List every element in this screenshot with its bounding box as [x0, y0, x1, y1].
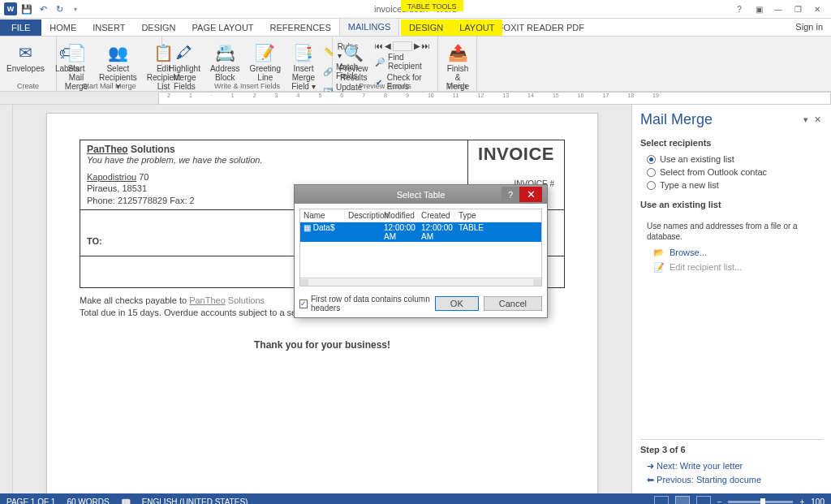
- restore-icon[interactable]: ❐: [792, 5, 803, 14]
- undo-icon[interactable]: ↶: [36, 2, 50, 16]
- company-name: PanTheo Solutions: [87, 144, 461, 155]
- horizontal-ruler-area: 21·12345678910111213141516171819: [0, 92, 831, 105]
- task-pane-title: Mail Merge ▾ ✕: [640, 111, 823, 128]
- envelopes-button[interactable]: ✉Envelopes: [3, 40, 48, 75]
- col-created[interactable]: Created: [418, 209, 455, 222]
- dialog-titlebar[interactable]: Select Table ? ✕: [295, 185, 547, 204]
- quick-access-toolbar: W 💾 ↶ ↻ ▾: [3, 2, 83, 16]
- group-label: Preview Results: [333, 82, 437, 90]
- zoom-in-button[interactable]: +: [799, 498, 804, 505]
- dialog-title: Select Table: [397, 190, 446, 200]
- horizontal-scrollbar[interactable]: [300, 278, 541, 286]
- next-step-link[interactable]: ➜ Next: Write your letter: [640, 459, 823, 473]
- proofing-icon[interactable]: 📖: [121, 498, 131, 505]
- edit-recipient-list-link: 📝Edit recipient list...: [640, 260, 823, 274]
- preview-icon: 🔍: [341, 41, 367, 64]
- record-nav[interactable]: ⏮ ◀ ▶ ⏭: [375, 41, 434, 51]
- tab-home[interactable]: HOME: [41, 19, 84, 36]
- qat-dropdown-icon[interactable]: ▾: [68, 2, 83, 16]
- help-icon[interactable]: ?: [734, 5, 745, 14]
- tab-table-design[interactable]: DESIGN: [401, 19, 451, 36]
- word-count[interactable]: 60 WORDS: [67, 498, 109, 505]
- close-icon[interactable]: ✕: [812, 5, 823, 14]
- radio-icon: [647, 168, 656, 177]
- ok-button[interactable]: OK: [435, 296, 479, 311]
- find-recipient-button[interactable]: 🔎Find Recipient: [375, 52, 434, 71]
- last-record-icon[interactable]: ⏭: [422, 41, 430, 51]
- language-indicator[interactable]: ENGLISH (UNITED STATES): [142, 498, 248, 505]
- window-controls: ? ▣ — ❐ ✕: [734, 5, 828, 14]
- finish-icon: 📤: [445, 41, 471, 64]
- zoom-level[interactable]: 100: [811, 498, 825, 505]
- tab-design[interactable]: DESIGN: [133, 19, 183, 36]
- col-type[interactable]: Type: [455, 209, 541, 222]
- group-label: Write & Insert Fields: [162, 82, 332, 90]
- address-icon: 📇: [212, 41, 238, 64]
- greeting-line-button[interactable]: 📝Greeting Line: [247, 40, 284, 84]
- tab-foxit[interactable]: FOXIT READER PDF: [490, 19, 592, 36]
- minimize-icon[interactable]: —: [773, 5, 784, 14]
- prev-record-icon[interactable]: ◀: [385, 41, 391, 51]
- tab-insert[interactable]: INSERT: [84, 19, 133, 36]
- use-existing-list-header: Use an existing list: [640, 200, 823, 209]
- tab-file[interactable]: FILE: [0, 19, 41, 36]
- read-mode-button[interactable]: [654, 496, 669, 504]
- tab-mailings[interactable]: MAILINGS: [339, 18, 400, 36]
- zoom-out-button[interactable]: −: [717, 498, 722, 505]
- ribbon-tabs: FILE HOME INSERT DESIGN PAGE LAYOUT REFE…: [0, 19, 831, 37]
- col-description[interactable]: Description: [345, 209, 381, 222]
- find-icon: 🔎: [375, 56, 385, 67]
- word-app-icon[interactable]: W: [3, 2, 18, 16]
- first-row-headers-checkbox[interactable]: ✓ First row of data contains column head…: [299, 295, 430, 312]
- address-block-button[interactable]: 📇Address Block: [207, 40, 243, 84]
- title-bar: W 💾 ↶ ↻ ▾ invoices.docx - Word TABLE TOO…: [0, 0, 831, 19]
- highlight-icon: 🖍: [171, 41, 197, 64]
- company-slogan: You have the problem, we have the soluti…: [87, 155, 461, 165]
- radio-type-new-list[interactable]: Type a new list: [640, 179, 823, 192]
- step-indicator: Step 3 of 6: [640, 445, 823, 454]
- ribbon-display-icon[interactable]: ▣: [753, 5, 764, 14]
- save-icon[interactable]: 💾: [19, 2, 34, 16]
- dialog-help-button[interactable]: ?: [502, 187, 519, 202]
- group-create: ✉Envelopes 🏷Labels Create: [0, 37, 57, 91]
- record-number-input[interactable]: [393, 41, 412, 51]
- web-layout-button[interactable]: [696, 496, 711, 504]
- radio-outlook-contacts[interactable]: Select from Outlook contac: [640, 166, 823, 179]
- radio-use-existing-list[interactable]: Use an existing list: [640, 153, 823, 166]
- tab-table-layout[interactable]: LAYOUT: [451, 19, 502, 36]
- prev-step-link[interactable]: ⬅ Previous: Starting docume: [640, 473, 823, 487]
- dialog-close-button[interactable]: ✕: [519, 187, 542, 202]
- cancel-button[interactable]: Cancel: [484, 296, 542, 311]
- zoom-slider[interactable]: [728, 501, 793, 503]
- page-indicator[interactable]: PAGE 1 OF 1: [6, 498, 55, 505]
- first-record-icon[interactable]: ⏮: [375, 41, 383, 51]
- table-header-row: Name Description Modified Created Type: [300, 209, 541, 222]
- preview-results-button[interactable]: 🔍Preview Results: [336, 40, 372, 84]
- group-label: Start Mail Merge: [57, 82, 161, 90]
- recipients-icon: 👥: [105, 41, 131, 64]
- browse-link[interactable]: 📂Browse...: [640, 245, 823, 260]
- table-list[interactable]: Name Description Modified Created Type ▦…: [299, 209, 542, 286]
- print-layout-button[interactable]: [675, 496, 690, 504]
- tab-references[interactable]: REFERENCES: [262, 19, 339, 36]
- status-bar: PAGE 1 OF 1 60 WORDS 📖 ENGLISH (UNITED S…: [0, 493, 831, 504]
- invoice-title: INVOICE: [478, 144, 554, 165]
- group-label: Finish: [438, 82, 476, 90]
- merge-field-icon: 📑: [291, 41, 316, 64]
- radio-icon: [647, 181, 656, 190]
- vertical-ruler[interactable]: [0, 105, 13, 493]
- redo-icon[interactable]: ↻: [52, 2, 67, 16]
- task-pane-menu[interactable]: ▾ ✕: [803, 114, 823, 125]
- greeting-icon: 📝: [252, 41, 278, 64]
- tab-page-layout[interactable]: PAGE LAYOUT: [184, 19, 262, 36]
- group-write-insert: 🖍Highlight Merge Fields 📇Address Block 📝…: [162, 37, 333, 91]
- mail-merge-icon: 📄: [63, 41, 89, 64]
- group-preview-results: 🔍Preview Results ⏮ ◀ ▶ ⏭ 🔎Find Recipient…: [333, 37, 438, 91]
- sheet-icon: ▦: [304, 223, 311, 232]
- signin-link[interactable]: Sign in: [795, 22, 823, 32]
- table-row[interactable]: ▦ Data$ 12:00:00 AM 12:00:00 AM TABLE: [300, 222, 541, 242]
- horizontal-ruler[interactable]: 21·12345678910111213141516171819: [158, 92, 831, 105]
- col-modified[interactable]: Modified: [381, 209, 418, 222]
- col-name[interactable]: Name: [300, 209, 345, 222]
- next-record-icon[interactable]: ▶: [414, 41, 420, 51]
